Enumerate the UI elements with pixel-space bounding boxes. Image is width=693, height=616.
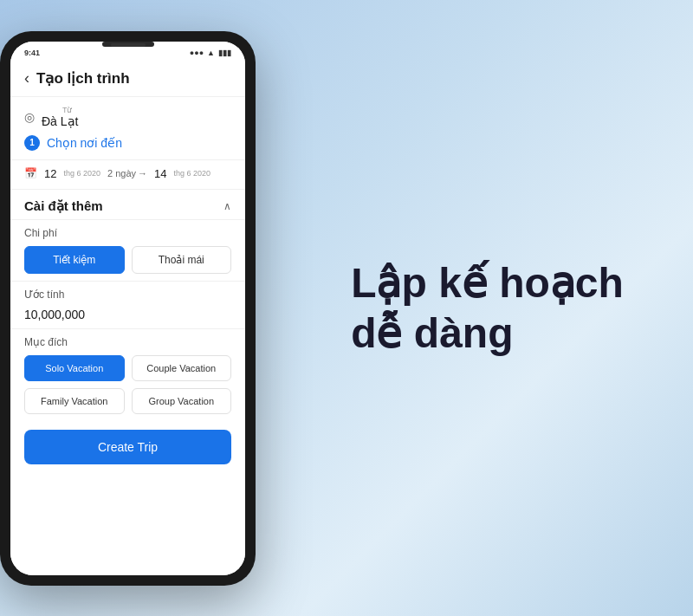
purpose-solo[interactable]: Solo Vacation <box>24 355 125 381</box>
date-start: 12 <box>44 167 56 180</box>
destination-placeholder: Chọn nơi đến <box>47 136 122 150</box>
date-section[interactable]: 📅 12 thg 6 2020 2 ngày → 14 thg 6 2020 <box>10 160 245 190</box>
phone-speaker <box>111 43 146 47</box>
page-layout: 9:41 ●●● ▲ ▮▮▮ ‹ Tạo lịch trình ◎ <box>0 0 693 616</box>
promo-line1: Lập kế hoạch <box>351 260 624 306</box>
location-section: ◎ Từ Đà Lạt 1 Chọn nơi đến <box>10 97 245 160</box>
promo-line2: dễ dàng <box>351 310 513 356</box>
app-content: ‹ Tạo lịch trình ◎ Từ Đà Lạt 1 Chọn nơi <box>10 61 245 575</box>
estimate-section: Ước tính 10,000,000 <box>10 282 245 329</box>
estimate-value: 10,000,000 <box>24 308 231 321</box>
settings-header: Cài đặt thêm ∧ <box>24 198 231 214</box>
cost-btn-thoai-mai[interactable]: Thoải mái <box>132 246 232 274</box>
purpose-section: Mục đích Solo Vacation Couple Vacation F… <box>10 329 245 421</box>
purpose-group[interactable]: Group Vacation <box>132 388 232 414</box>
settings-section[interactable]: Cài đặt thêm ∧ <box>10 190 245 220</box>
cost-btn-tiet-kiem[interactable]: Tiết kiệm <box>24 246 125 274</box>
purpose-couple[interactable]: Couple Vacation <box>132 355 232 381</box>
promo-heading: Lập kế hoạch dễ dàng <box>351 258 624 358</box>
destination-number: 1 <box>24 135 40 151</box>
purpose-label: Mục đích <box>24 336 231 348</box>
phone-screen: 9:41 ●●● ▲ ▮▮▮ ‹ Tạo lịch trình ◎ <box>10 42 245 575</box>
promo-text: Lập kế hoạch dễ dàng <box>282 241 693 375</box>
calendar-icon: 📅 <box>24 167 37 179</box>
status-time: 9:41 <box>24 49 40 57</box>
status-icons: ●●● ▲ ▮▮▮ <box>190 49 231 57</box>
battery-icon: ▮▮▮ <box>218 49 231 57</box>
from-value: Đà Lạt <box>42 114 78 128</box>
from-row: ◎ Từ Đà Lạt <box>24 106 231 128</box>
page-title: Tạo lịch trình <box>36 69 130 88</box>
destination-row[interactable]: 1 Chọn nơi đến <box>24 135 231 151</box>
create-trip-button[interactable]: Create Trip <box>24 430 231 464</box>
cost-section: Chi phí Tiết kiệm Thoải mái <box>10 220 245 282</box>
purpose-family[interactable]: Family Vacation <box>24 388 125 414</box>
chevron-up-icon[interactable]: ∧ <box>223 200 231 212</box>
date-duration: 2 ngày → <box>107 168 147 178</box>
cost-label: Chi phí <box>24 227 231 239</box>
signal-icon: ●●● <box>190 49 204 57</box>
create-trip-section: Create Trip <box>10 421 245 473</box>
phone-frame: 9:41 ●●● ▲ ▮▮▮ ‹ Tạo lịch trình ◎ <box>0 31 256 586</box>
purpose-grid: Solo Vacation Couple Vacation Family Vac… <box>24 355 231 414</box>
month-end: thg 6 2020 <box>174 169 211 178</box>
cost-buttons: Tiết kiệm Thoải mái <box>24 246 231 274</box>
date-end: 14 <box>154 167 166 180</box>
location-icon: ◎ <box>24 110 35 124</box>
wifi-icon: ▲ <box>207 49 215 57</box>
app-header: ‹ Tạo lịch trình <box>10 61 245 97</box>
back-button[interactable]: ‹ <box>24 69 29 88</box>
estimate-label: Ước tính <box>24 289 231 301</box>
month-start: thg 6 2020 <box>63 169 100 178</box>
from-label: Từ <box>62 106 78 114</box>
settings-title: Cài đặt thêm <box>24 198 103 214</box>
